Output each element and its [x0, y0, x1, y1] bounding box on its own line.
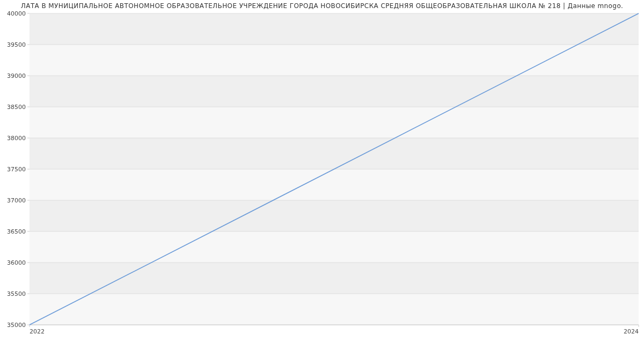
svg-text:35000: 35000: [7, 322, 26, 329]
svg-rect-4: [30, 76, 639, 107]
svg-text:40000: 40000: [7, 11, 26, 17]
chart-title: ЛАТА В МУНИЦИПАЛЬНОЕ АВТОНОМНОЕ ОБРАЗОВА…: [0, 0, 644, 10]
chart-svg: 3500035500360003650037000375003800038500…: [0, 11, 644, 338]
svg-text:39500: 39500: [7, 41, 26, 48]
svg-rect-2: [30, 200, 639, 231]
svg-text:37000: 37000: [7, 197, 26, 204]
svg-text:2022: 2022: [30, 328, 45, 335]
svg-text:36000: 36000: [7, 259, 26, 266]
svg-rect-5: [30, 13, 639, 45]
svg-text:36500: 36500: [7, 228, 26, 235]
svg-text:39000: 39000: [7, 72, 26, 79]
svg-text:38500: 38500: [7, 104, 26, 111]
svg-text:38000: 38000: [7, 135, 26, 142]
svg-text:37500: 37500: [7, 166, 26, 173]
chart-area: 3500035500360003650037000375003800038500…: [0, 11, 644, 338]
svg-text:35500: 35500: [7, 290, 26, 297]
svg-text:2024: 2024: [624, 328, 639, 335]
svg-rect-3: [30, 138, 639, 169]
